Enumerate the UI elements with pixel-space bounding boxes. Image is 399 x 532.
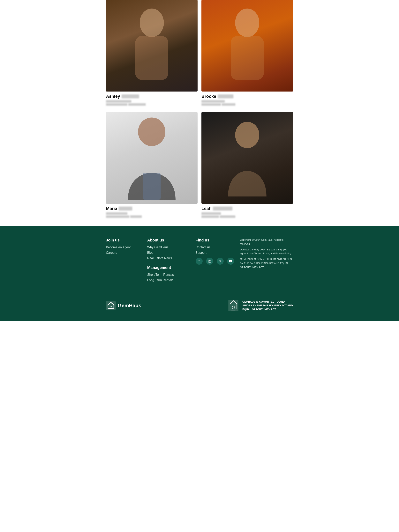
svg-point-4 — [138, 117, 166, 146]
agent-info-ashley: Ashley — [106, 92, 198, 106]
agent-detail-2 — [201, 103, 293, 106]
agent-detail-blur-1 — [106, 100, 131, 103]
about-us-title: About us — [147, 238, 190, 242]
updated-text: Updated January 2024: By searching, you … — [240, 248, 293, 256]
join-us-title: Join us — [106, 238, 142, 242]
footer-columns: Join us Become an Agent Careers About us… — [106, 238, 293, 284]
footer-col-about-us: About us Why GemHaus Blog Real Estate Ne… — [147, 238, 190, 284]
agent-detail-1 — [106, 100, 198, 103]
real-estate-news-link[interactable]: Real Estate News — [147, 256, 190, 260]
agent-photo-ashley[interactable] — [106, 0, 198, 92]
agent-info-leah: Leah — [201, 204, 293, 218]
agents-section: Ashley — [0, 0, 399, 226]
agent-detail-blur-2 — [106, 215, 129, 218]
support-link[interactable]: Support — [196, 251, 234, 254]
become-agent-link[interactable]: Become an Agent — [106, 246, 142, 249]
footer-logo-text: GemHaus — [118, 303, 141, 309]
svg-point-2 — [235, 8, 259, 37]
management-title: Management — [147, 266, 190, 270]
agent-name-maria: Maria — [106, 206, 198, 211]
agent-detail-blur-3 — [222, 103, 235, 106]
fair-housing-bottom-text: GEMHAUS IS COMMITTED TO AND ABIDES BY TH… — [242, 300, 293, 311]
svg-rect-5 — [143, 173, 161, 199]
long-term-rentals-link[interactable]: Long Term Rentals — [147, 279, 190, 282]
footer-bottom: GemHaus EQUAL HOUSING OPPORTUNITY GEMHAU… — [106, 294, 293, 311]
agent-detail-1 — [106, 212, 198, 215]
short-term-rentals-link[interactable]: Short Term Rentals — [147, 273, 190, 277]
careers-link[interactable]: Careers — [106, 251, 142, 254]
contact-us-link[interactable]: Contact us — [196, 246, 234, 249]
agent-first-name: Brooke — [201, 94, 216, 99]
facebook-icon[interactable]: f — [196, 258, 203, 265]
fair-housing-text: GEMHAUS IS COMMITTED TO AND ABIDES BY TH… — [240, 257, 293, 269]
agent-detail-1 — [201, 100, 293, 103]
agent-detail-blur-2 — [201, 215, 219, 218]
footer-fair-housing: EQUAL HOUSING OPPORTUNITY GEMHAUS IS COM… — [228, 300, 293, 311]
svg-point-8 — [209, 260, 210, 262]
agent-detail-blur-3 — [128, 103, 146, 106]
agent-detail-blur-1 — [201, 100, 225, 103]
agent-detail-blur-2 — [201, 103, 221, 106]
svg-point-9 — [210, 260, 210, 260]
agent-last-name-blur — [122, 95, 139, 98]
agent-card-brooke: Brooke — [201, 0, 293, 106]
agent-card-maria: Maria — [106, 112, 198, 218]
agent-name-leah: Leah — [201, 206, 293, 211]
agent-last-name-blur — [213, 207, 232, 210]
svg-point-6 — [235, 122, 259, 148]
agent-detail-blur-1 — [106, 212, 127, 215]
agent-info-brooke: Brooke — [201, 92, 293, 106]
agent-detail-1 — [201, 212, 293, 215]
svg-rect-1 — [135, 36, 168, 80]
footer-legal-text: Copyright: @2024 GemHaus. All rights res… — [240, 238, 293, 270]
footer-col-legal: Copyright: @2024 GemHaus. All rights res… — [240, 238, 293, 284]
agent-detail-2 — [201, 215, 293, 218]
footer-logo: GemHaus — [106, 301, 141, 310]
agent-detail-blur-3 — [220, 215, 235, 218]
agent-card-ashley: Ashley — [106, 0, 198, 106]
agent-name-brooke: Brooke — [201, 94, 293, 99]
agent-detail-blur-1 — [201, 212, 221, 215]
agent-photo-maria[interactable] — [106, 112, 198, 204]
agent-info-maria: Maria — [106, 204, 198, 218]
agent-card-leah: Leah — [201, 112, 293, 218]
social-links: f 𝕏 — [196, 258, 234, 265]
footer: Join us Become an Agent Careers About us… — [0, 226, 399, 321]
footer-col-find-us: Find us Contact us Support f 𝕏 — [196, 238, 234, 284]
agent-detail-blur-3 — [130, 215, 142, 218]
find-us-title: Find us — [196, 238, 234, 242]
agent-photo-leah[interactable] — [201, 112, 293, 204]
svg-rect-7 — [208, 260, 211, 262]
agent-detail-blur-2 — [106, 103, 127, 106]
agent-detail-2 — [106, 103, 198, 106]
svg-rect-3 — [231, 36, 264, 80]
agent-first-name: Ashley — [106, 94, 120, 99]
agent-detail-2 — [106, 215, 198, 218]
copyright-text: Copyright: @2024 GemHaus. All rights res… — [240, 238, 293, 246]
agent-photo-brooke[interactable] — [201, 0, 293, 92]
equal-housing-icon: EQUAL HOUSING OPPORTUNITY — [228, 300, 239, 311]
agent-last-name-blur — [218, 95, 233, 98]
youtube-icon[interactable] — [227, 258, 234, 265]
footer-col-join-us: Join us Become an Agent Careers — [106, 238, 142, 284]
agents-grid: Ashley — [106, 0, 293, 218]
twitter-icon[interactable]: 𝕏 — [217, 258, 224, 265]
agent-last-name-blur — [119, 207, 132, 210]
agent-first-name: Maria — [106, 206, 117, 211]
blog-link[interactable]: Blog — [147, 251, 190, 254]
agent-name-ashley: Ashley — [106, 94, 198, 99]
why-gemhaus-link[interactable]: Why GemHaus — [147, 246, 190, 249]
svg-point-0 — [140, 8, 164, 37]
instagram-icon[interactable] — [206, 258, 213, 265]
agent-first-name: Leah — [201, 206, 211, 211]
gemhaus-logo-icon — [106, 301, 116, 310]
